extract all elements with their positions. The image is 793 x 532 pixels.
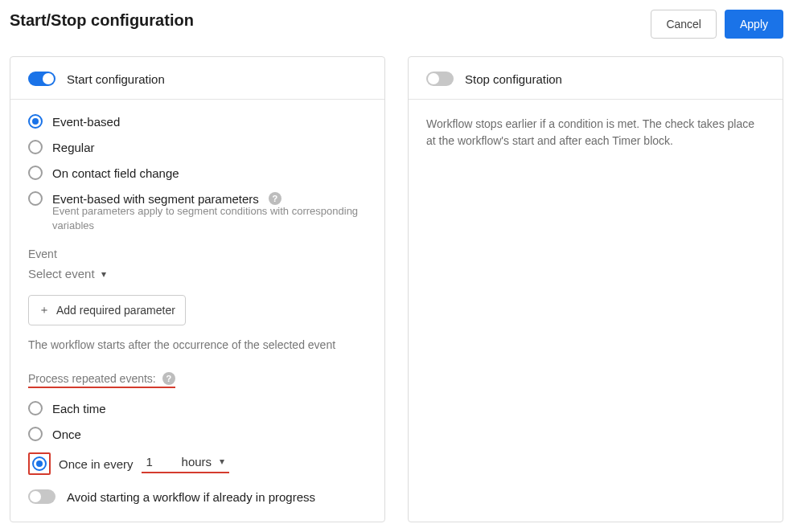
page-header: Start/Stop configuration Cancel Apply xyxy=(10,10,783,39)
event-section-label: Event xyxy=(28,248,367,260)
avoid-start-label: Avoid starting a workflow if already in … xyxy=(67,490,315,504)
cancel-button[interactable]: Cancel xyxy=(651,10,717,39)
radio-icon[interactable] xyxy=(32,456,47,471)
radio-icon xyxy=(28,427,43,441)
radio-label: Once xyxy=(52,428,81,441)
event-select-placeholder: Select event xyxy=(28,267,95,280)
plus-icon: ＋ xyxy=(39,303,50,317)
header-actions: Cancel Apply xyxy=(651,10,783,39)
once-every-value-input[interactable] xyxy=(146,455,179,469)
repeat-each-time[interactable]: Each time xyxy=(28,401,367,415)
radio-label: Event-based with segment parameters xyxy=(52,192,259,206)
help-icon[interactable]: ? xyxy=(269,192,281,205)
radio-icon xyxy=(28,166,43,180)
event-segment-help-text: Event parameters apply to segment condit… xyxy=(52,204,367,233)
start-type-event-based[interactable]: Event-based xyxy=(28,114,367,129)
radio-icon xyxy=(28,191,43,206)
stop-config-toggle[interactable] xyxy=(426,72,454,86)
radio-icon xyxy=(28,114,43,129)
start-info-text: The workflow starts after the occurrence… xyxy=(28,338,367,351)
avoid-start-toggle[interactable] xyxy=(28,489,55,504)
start-config-toggle-label: Start configuration xyxy=(67,72,165,86)
stop-config-toggle-label: Stop configuration xyxy=(465,72,562,86)
chevron-down-icon: ▾ xyxy=(101,268,106,280)
repeat-once-in-every-row: Once in every hours ▾ xyxy=(28,452,367,475)
start-config-panel: Start configuration Event-based Regular … xyxy=(10,56,385,522)
radio-icon xyxy=(28,140,43,154)
radio-label: Regular xyxy=(52,141,95,154)
add-param-label: Add required parameter xyxy=(56,304,175,317)
config-columns: Start configuration Event-based Regular … xyxy=(10,56,783,522)
once-every-fields: hours ▾ xyxy=(142,455,230,473)
once-every-prefix: Once in every xyxy=(59,457,134,471)
avoid-start-row: Avoid starting a workflow if already in … xyxy=(28,489,367,504)
start-type-field-change[interactable]: On contact field change xyxy=(28,166,367,180)
start-config-body: Event-based Regular On contact field cha… xyxy=(10,100,384,522)
highlight-box xyxy=(28,452,51,475)
radio-label: Each time xyxy=(52,402,106,415)
radio-icon xyxy=(28,401,43,415)
add-required-parameter-button[interactable]: ＋ Add required parameter xyxy=(28,295,186,325)
start-type-regular[interactable]: Regular xyxy=(28,140,367,154)
radio-label: On contact field change xyxy=(52,166,179,180)
help-icon[interactable]: ? xyxy=(162,372,175,385)
radio-label: Event-based xyxy=(52,115,120,129)
once-every-unit-label: hours xyxy=(182,455,212,469)
repeat-events-label-row: Process repeated events: ? xyxy=(28,372,367,388)
stop-config-header: Stop configuration xyxy=(409,57,783,100)
once-every-unit-select[interactable]: hours ▾ xyxy=(182,455,228,469)
repeat-events-label: Process repeated events: xyxy=(28,372,156,385)
stop-config-panel: Stop configuration Workflow stops earlie… xyxy=(408,56,783,522)
event-select[interactable]: Select event ▾ xyxy=(28,267,367,280)
repeat-once[interactable]: Once xyxy=(28,427,367,441)
page-title: Start/Stop configuration xyxy=(10,11,194,30)
stop-config-description: Workflow stops earlier if a condition is… xyxy=(426,116,765,149)
apply-button[interactable]: Apply xyxy=(725,10,783,39)
chevron-down-icon: ▾ xyxy=(220,456,224,467)
stop-config-body: Workflow stops earlier if a condition is… xyxy=(409,100,783,169)
start-config-toggle[interactable] xyxy=(28,72,55,86)
start-config-header: Start configuration xyxy=(10,57,384,100)
